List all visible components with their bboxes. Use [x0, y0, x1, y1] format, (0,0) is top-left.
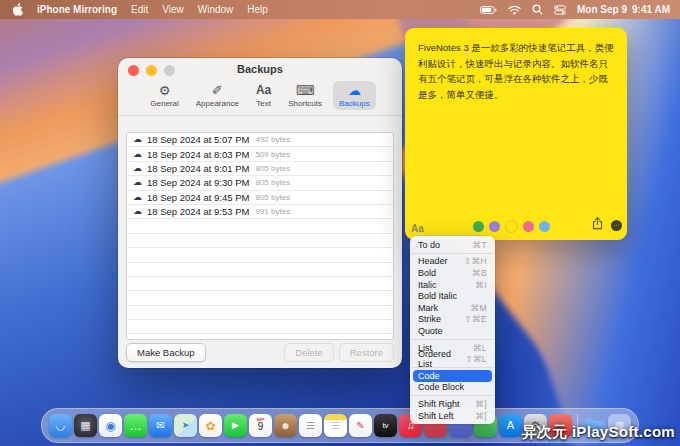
- launchpad-glyph: ▦: [80, 420, 90, 431]
- tab-general[interactable]: ⚙General: [144, 81, 184, 110]
- wifi-icon[interactable]: [508, 5, 521, 15]
- backup-row[interactable]: ☁18 Sep 2024 at 9:53 PM991 bytes: [127, 205, 393, 219]
- note-format-button[interactable]: Aa: [411, 223, 424, 234]
- backup-row-empty: [127, 234, 393, 248]
- menu-item-label: Header: [418, 256, 448, 266]
- menu-item-bold[interactable]: Bold⌘B: [413, 267, 492, 279]
- backup-item-icon: ☁: [133, 193, 142, 202]
- settings-tabs: ⚙General✐AppearanceAaText⌨Shortcuts☁Back…: [118, 80, 402, 116]
- tab-shortcuts[interactable]: ⌨Shortcuts: [282, 81, 328, 110]
- close-button[interactable]: [128, 65, 139, 76]
- dock-icon-photos[interactable]: ✿: [199, 414, 222, 437]
- backup-row[interactable]: ☁18 Sep 2024 at 8:03 PM509 bytes: [127, 147, 393, 161]
- contacts-glyph: ☻: [280, 421, 291, 431]
- menu-separator: [411, 395, 494, 396]
- menubar-menu-edit[interactable]: Edit: [131, 4, 148, 15]
- backup-row[interactable]: ☁18 Sep 2024 at 5:07 PM492 bytes: [127, 133, 393, 147]
- battery-icon[interactable]: [480, 6, 497, 14]
- backup-row-empty: [127, 291, 393, 305]
- note-color-green[interactable]: [473, 221, 484, 232]
- menu-item-mark[interactable]: Mark⌘M: [413, 302, 492, 314]
- note-color-pink[interactable]: [523, 221, 534, 232]
- backup-list[interactable]: ☁18 Sep 2024 at 5:07 PM492 bytes☁18 Sep …: [126, 132, 394, 340]
- dock-icon-messages[interactable]: …: [124, 414, 147, 437]
- menubar-app-name[interactable]: iPhone Mirroring: [37, 4, 117, 15]
- make-backup-button[interactable]: Make Backup: [126, 343, 206, 362]
- backup-size: 492 bytes: [255, 135, 290, 144]
- note-toolbar-right: ⋯: [592, 216, 622, 234]
- menu-item-label: Code Block: [418, 382, 464, 392]
- note-color-blue[interactable]: [539, 221, 550, 232]
- backup-row-empty: [127, 277, 393, 291]
- dock-icon-apple-tv[interactable]: tv: [374, 414, 397, 437]
- search-icon[interactable]: [532, 4, 543, 15]
- backup-date: 18 Sep 2024 at 9:30 PM: [147, 177, 249, 188]
- format-context-menu: To do⌘THeader⇧⌘HBold⌘BItalic⌘IBold Itali…: [410, 236, 495, 424]
- zoom-button-disabled: [164, 65, 175, 76]
- backup-item-icon: ☁: [133, 150, 142, 159]
- menu-item-quote[interactable]: Quote: [413, 325, 492, 337]
- menu-item-code[interactable]: Code: [413, 370, 492, 382]
- apple-menu-icon[interactable]: [12, 3, 23, 16]
- backup-size: 991 bytes: [255, 207, 290, 216]
- dock-icon-reminders[interactable]: ☰: [299, 414, 322, 437]
- minimize-button[interactable]: [146, 65, 157, 76]
- dock-icon-freeform[interactable]: ✎: [349, 414, 372, 437]
- dock-icon-contacts[interactable]: ☻: [274, 414, 297, 437]
- desktop: iPhone Mirroring EditViewWindowHelp Mon …: [0, 0, 680, 446]
- menu-item-shift-left[interactable]: Shift Left⌘[: [413, 410, 492, 422]
- tab-backups[interactable]: ☁Backups: [333, 81, 376, 110]
- backup-item-icon: ☁: [133, 178, 142, 187]
- dock-icon-notes[interactable]: ☰: [324, 414, 347, 437]
- note-color-yellow[interactable]: [505, 220, 518, 233]
- backup-row-empty: [127, 263, 393, 277]
- menu-item-to-do[interactable]: To do⌘T: [413, 239, 492, 251]
- dock-icon-finder[interactable]: ◡: [49, 414, 72, 437]
- menubar-menu-help[interactable]: Help: [247, 4, 268, 15]
- backup-date: 18 Sep 2024 at 9:53 PM: [147, 206, 249, 217]
- menu-item-shift-right[interactable]: Shift Right⌘]: [413, 398, 492, 410]
- dock-icon-mail[interactable]: ✉: [149, 414, 172, 437]
- backup-size: 805 bytes: [255, 178, 290, 187]
- dock-icon-launchpad[interactable]: ▦: [74, 414, 97, 437]
- backup-row[interactable]: ☁18 Sep 2024 at 9:30 PM805 bytes: [127, 176, 393, 190]
- dock-icon-safari[interactable]: ◉: [99, 414, 122, 437]
- dock-icon-app-store[interactable]: A: [499, 414, 522, 437]
- backup-size: 805 bytes: [255, 164, 290, 173]
- backup-row-empty: [127, 334, 393, 340]
- tab-appearance[interactable]: ✐Appearance: [190, 81, 245, 110]
- window-footer: Make Backup Delete Restore: [126, 343, 394, 362]
- backup-row[interactable]: ☁18 Sep 2024 at 9:45 PM805 bytes: [127, 191, 393, 205]
- menu-item-code-block[interactable]: Code Block: [413, 382, 492, 394]
- menu-item-ordered-list[interactable]: Ordered List⇧⌘L: [413, 353, 492, 365]
- dock-icon-maps[interactable]: ➤: [174, 414, 197, 437]
- menu-bar: iPhone Mirroring EditViewWindowHelp Mon …: [0, 0, 680, 19]
- control-center-icon[interactable]: [554, 5, 566, 15]
- menu-item-bold-italic[interactable]: Bold Italic: [413, 290, 492, 302]
- mail-glyph: ✉: [156, 421, 164, 431]
- menubar-clock[interactable]: Mon Sep 9 9:41 AM: [577, 4, 670, 15]
- menu-item-strike[interactable]: Strike⇧⌘E: [413, 314, 492, 326]
- menubar-menu-window[interactable]: Window: [198, 4, 234, 15]
- delete-button: Delete: [284, 343, 333, 362]
- note-more-button[interactable]: ⋯: [611, 220, 622, 231]
- sticky-note[interactable]: FiveNotes 3 是一款多彩的快速笔记工具，类便利贴设计，快速呼出与记录内…: [405, 28, 627, 240]
- backup-row-empty: [127, 219, 393, 233]
- note-text[interactable]: FiveNotes 3 是一款多彩的快速笔记工具，类便利贴设计，快速呼出与记录内…: [405, 28, 627, 102]
- backup-row-empty: [127, 306, 393, 320]
- backups-window: Backups ⚙General✐AppearanceAaText⌨Shortc…: [118, 58, 402, 368]
- menubar-menu-view[interactable]: View: [162, 4, 184, 15]
- dock-icon-facetime[interactable]: ▶: [224, 414, 247, 437]
- menu-separator: [411, 339, 494, 340]
- menu-item-label: Code: [418, 371, 440, 381]
- menu-separator: [411, 253, 494, 254]
- menu-item-label: Mark: [418, 303, 438, 313]
- tab-text[interactable]: AaText: [250, 81, 277, 110]
- dock-icon-calendar[interactable]: SEP9: [249, 414, 272, 437]
- menu-bar-left: iPhone Mirroring EditViewWindowHelp: [0, 3, 268, 16]
- menu-item-header[interactable]: Header⇧⌘H: [413, 256, 492, 268]
- menu-item-italic[interactable]: Italic⌘I: [413, 279, 492, 291]
- backup-row[interactable]: ☁18 Sep 2024 at 9:01 PM805 bytes: [127, 162, 393, 176]
- note-color-purple[interactable]: [489, 221, 500, 232]
- share-icon[interactable]: [592, 216, 603, 234]
